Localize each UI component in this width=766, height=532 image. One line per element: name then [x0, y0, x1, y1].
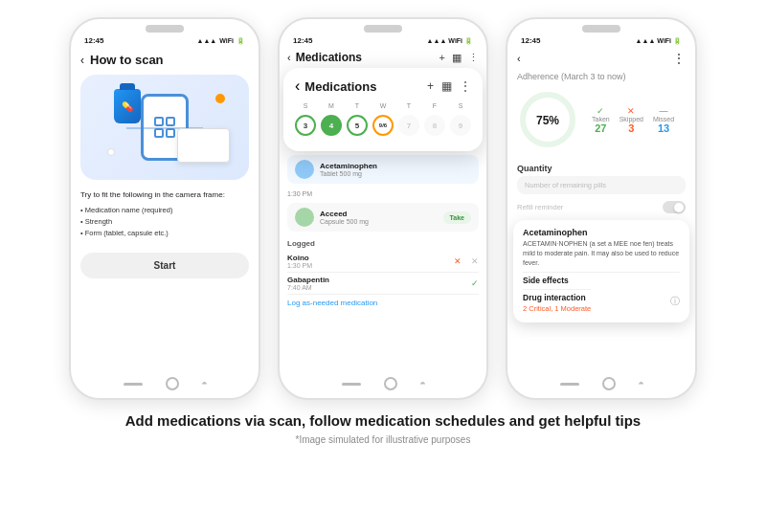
- side-effects-title: Side effects: [523, 272, 680, 287]
- day-label-s1: S: [295, 102, 316, 109]
- taken-label: Taken: [592, 116, 610, 122]
- svg-rect-0: [155, 118, 163, 125]
- scan-card-icon: [177, 128, 230, 163]
- popup-text: ACETAMIN·NOPHEN (a set a MEE noe fen) tr…: [523, 239, 680, 267]
- refill-label: Refill reminder: [517, 203, 663, 211]
- status-bar-1: 12:45 ▲▲▲ WiFi 🔋: [71, 33, 259, 47]
- day-3[interactable]: 3: [295, 115, 316, 136]
- back-btn-1: [200, 380, 207, 387]
- scan-instructions: Try to fit the following in the camera f…: [80, 189, 249, 239]
- quantity-section-title: Quantity: [517, 160, 686, 176]
- svg-rect-2: [155, 129, 163, 137]
- phone-medications: 12:45 ▲▲▲ WiFi 🔋 ‹ Medications + ▦ ⋮ ‹ M…: [278, 17, 488, 400]
- info-icon[interactable]: ⓘ: [670, 295, 680, 308]
- more-icon-2[interactable]: ⋮: [468, 52, 479, 64]
- home-bar-2: [342, 383, 361, 386]
- day-label-t1: T: [347, 102, 368, 109]
- below-card: Acetaminophen Tablet 500 mg 1:30 PM Acce…: [287, 155, 479, 311]
- med-info-2: Acceed Capsule 500 mg: [320, 210, 369, 225]
- phone-adherence: 12:45 ▲▲▲ WiFi 🔋 ‹ ⋮ Adherence (March 3 …: [506, 17, 697, 400]
- missed-label: Missed: [653, 116, 674, 122]
- status-time-1: 12:45: [84, 36, 103, 45]
- med-info-1: Acetaminophen Tablet 500 mg: [320, 162, 377, 177]
- more-icon-3[interactable]: ⋮: [672, 51, 686, 66]
- card-back[interactable]: ‹: [295, 78, 300, 95]
- skipped-icon: ✕: [620, 106, 643, 116]
- day-4[interactable]: 4: [321, 115, 342, 136]
- calendar-icon[interactable]: ▦: [452, 52, 462, 64]
- start-button[interactable]: Start: [80, 253, 249, 278]
- phone3-bottom: [507, 377, 695, 390]
- med-icon-2: [295, 208, 314, 227]
- adherence-title: Adherence (March 3 to now): [517, 72, 686, 81]
- logged-title: Logged: [287, 235, 479, 251]
- day-6[interactable]: 9/6: [372, 115, 394, 136]
- refill-toggle[interactable]: [663, 201, 686, 213]
- inst-line-1: • Medication name (required): [80, 205, 249, 216]
- card-add-icon[interactable]: +: [427, 79, 434, 93]
- as-needed-btn[interactable]: Log as-needed medication: [287, 295, 479, 311]
- taken-icon: ✓: [592, 106, 610, 116]
- drug-interaction-text: 2 Critical, 1 Moderate: [523, 304, 591, 313]
- add-icon[interactable]: +: [439, 52, 445, 64]
- skipped-label: Skipped: [620, 116, 643, 122]
- logged-time-2: 7:40 AM: [287, 284, 329, 291]
- day-label-m: M: [321, 102, 342, 109]
- phone-notch-3: [582, 25, 620, 33]
- time-label: 1:30 PM: [287, 188, 479, 199]
- float-card-header: ‹ Medications + ▦ ⋮: [295, 78, 471, 95]
- scan-illustration: 💊: [80, 75, 249, 180]
- svg-text:75%: 75%: [536, 114, 559, 127]
- popup-title: Acetaminophen: [523, 228, 680, 237]
- caption-sub: *Image simulated for illustrative purpos…: [19, 434, 747, 445]
- back-arrow-3[interactable]: ‹: [517, 53, 521, 64]
- scan-title: How to scan: [90, 53, 164, 67]
- logged-del-1[interactable]: ✕: [471, 256, 479, 266]
- logged-x-1[interactable]: ✕: [454, 256, 462, 266]
- card-title: Medications: [304, 79, 422, 94]
- logged-item-1: Koino 1:30 PM ✕ ✕: [287, 251, 479, 273]
- status-bar-3: 12:45 ▲▲▲ WiFi 🔋: [507, 33, 695, 47]
- adherence-stats: 75% ✓ Taken 27 ✕ Skipped 3 —: [517, 89, 686, 150]
- quantity-field[interactable]: Number of remaining pills: [517, 176, 686, 194]
- home-circle-3: [602, 377, 616, 390]
- phone1-bottom: [71, 377, 259, 390]
- info-popup: Acetaminophen ACETAMIN·NOPHEN (a set a M…: [513, 220, 689, 322]
- day-label-t2: T: [398, 102, 419, 109]
- phone-notch-1: [146, 25, 184, 33]
- adherence-numbers: ✓ Taken 27 ✕ Skipped 3 — Missed 13: [592, 106, 674, 134]
- day-label-f: F: [424, 102, 445, 109]
- med-title: Medications: [296, 51, 435, 64]
- med-name-2: Acceed: [320, 210, 369, 218]
- day-5[interactable]: 5: [347, 115, 368, 136]
- pill-white: [107, 148, 115, 156]
- card-cal-icon[interactable]: ▦: [441, 79, 452, 93]
- med-name-1: Acetaminophen: [320, 162, 377, 170]
- status-time-2: 12:45: [293, 36, 312, 45]
- back-arrow-1[interactable]: ‹: [80, 54, 84, 67]
- phone2-content: ‹ Medications + ▦ ⋮ ‹ Medications + ▦ ⋮: [280, 47, 486, 311]
- logged-name-2: Gabapentin: [287, 276, 329, 284]
- circle-svg: 75%: [517, 89, 578, 150]
- day-label-s2: S: [450, 102, 471, 109]
- stat-missed: — Missed 13: [653, 106, 674, 134]
- card-icons: + ▦ ⋮: [427, 79, 471, 93]
- card-more-icon[interactable]: ⋮: [460, 79, 471, 93]
- back-arrow-2[interactable]: ‹: [287, 52, 291, 63]
- med-icon-1: [295, 160, 314, 179]
- back-btn-2: [418, 380, 425, 387]
- day-8: 8: [424, 115, 445, 136]
- pill-orange: [215, 94, 225, 103]
- med-item-2: Acceed Capsule 500 mg Take: [287, 203, 479, 232]
- adh-header: ‹ ⋮: [517, 47, 686, 72]
- caption-main: Add medications via scan, follow medicat…: [19, 411, 747, 431]
- logged-section: Logged Koino 1:30 PM ✕ ✕ Gabapentin 7:40…: [287, 235, 479, 295]
- stat-skipped: ✕ Skipped 3: [620, 106, 643, 134]
- status-icons-3: ▲▲▲ WiFi 🔋: [636, 37, 682, 45]
- home-circle-2: [384, 377, 397, 390]
- logged-check-2[interactable]: ✓: [471, 278, 479, 288]
- take-button[interactable]: Take: [443, 211, 471, 224]
- med-dose-2: Capsule 500 mg: [320, 218, 369, 225]
- logged-item-2: Gabapentin 7:40 AM ✓: [287, 273, 479, 295]
- status-icons-2: ▲▲▲ WiFi 🔋: [427, 37, 473, 45]
